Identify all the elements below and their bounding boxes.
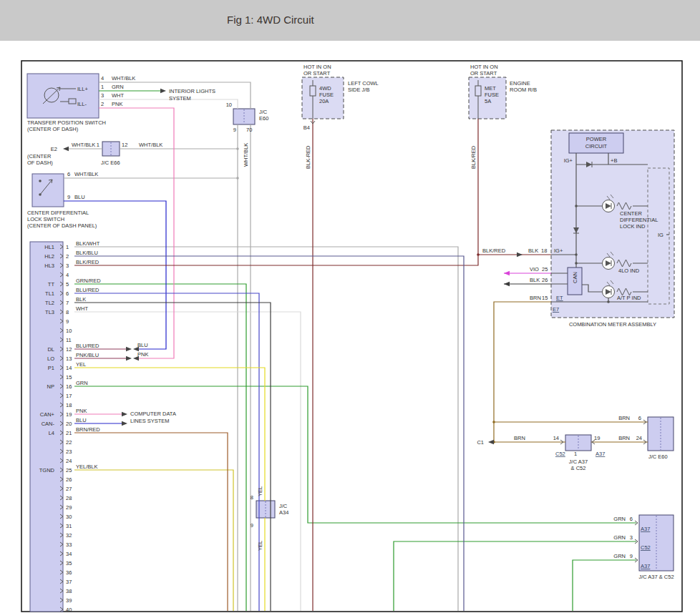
pin-number: 2 xyxy=(101,101,104,107)
wire-label: PNK xyxy=(112,101,122,107)
pin-number: 34 xyxy=(66,551,72,557)
wire-label: WHT/BLK xyxy=(72,142,95,148)
wire-label: GRN xyxy=(613,553,626,559)
pin-number: 29 xyxy=(66,504,72,511)
pin-number: 25 xyxy=(542,266,548,273)
pin-number: 25 xyxy=(66,467,72,474)
system-label: COMPUTER DATA xyxy=(130,411,176,417)
pin-number: 2 xyxy=(66,253,69,260)
connector-id: C52 xyxy=(641,544,651,551)
wire-label: WHT xyxy=(112,92,124,99)
ground-label: E2 xyxy=(51,146,57,152)
jc-name: J/C xyxy=(279,503,288,509)
pin-label: HL1 xyxy=(44,244,54,250)
wire-label: WHT/BLK xyxy=(74,171,98,177)
ig-plus-label: IG+ xyxy=(564,157,573,164)
pin-number: 1 xyxy=(101,84,104,90)
pin-number: 18 xyxy=(541,247,547,254)
pin-number: 6 xyxy=(67,171,70,177)
pin-label: TT xyxy=(48,281,55,288)
pin-number: 10 xyxy=(226,102,232,108)
location-caption: LEFT COWL xyxy=(348,80,379,87)
pin-number: 28 xyxy=(66,495,72,501)
pin-number: 30 xyxy=(66,514,72,520)
wire-label: YEL xyxy=(76,361,86,368)
hot-label: OR START xyxy=(303,70,331,77)
location-caption: ENGINE xyxy=(510,80,530,87)
pin-number: 7 xyxy=(66,300,69,306)
wire-label: BLK xyxy=(530,277,540,283)
pin-number: 1 xyxy=(574,451,577,457)
can-label: CAN xyxy=(572,272,578,283)
hot-label: HOT IN ON xyxy=(303,64,331,70)
connector-id: E7 xyxy=(553,306,559,313)
wire-label-vertical: BLK/RED xyxy=(470,145,477,169)
pin-number: 17 xyxy=(66,393,72,399)
pin-number: 40 xyxy=(66,607,72,613)
pin-number: 26 xyxy=(66,476,72,483)
fuse-name: MET xyxy=(485,85,496,92)
pin-label: CAN- xyxy=(42,421,55,427)
jc-e60-right-box xyxy=(648,417,674,451)
indicator-label: A/T P IND xyxy=(617,295,641,301)
pin-number: 32 xyxy=(66,532,72,539)
pin-label: TL2 xyxy=(45,300,54,306)
pin-number: 3 xyxy=(101,92,104,99)
jc-name: & C52 xyxy=(571,465,586,471)
wire-label: WHT xyxy=(76,305,88,312)
pin-label: DL xyxy=(47,346,54,353)
pin-number: 39 xyxy=(66,597,72,604)
pin-number: 21 xyxy=(66,430,72,436)
jc-name: J/C xyxy=(259,109,268,115)
pin-number: 31 xyxy=(66,523,72,529)
connector-id: A37 xyxy=(641,563,650,569)
pin-number: 10 xyxy=(66,328,72,334)
power-circuit-label: POWER xyxy=(586,136,607,142)
power-circuit-label: CIRCUIT xyxy=(585,143,608,149)
pin-number: 9 xyxy=(233,127,236,133)
pin-number: 16 xyxy=(66,383,72,390)
pin-number: 13 xyxy=(66,355,72,362)
wire-label: GRN/RED xyxy=(76,278,101,284)
pin-number: 70 xyxy=(246,127,252,133)
pin-label: P1 xyxy=(48,365,54,371)
pin-number: 8 xyxy=(66,309,69,315)
fuse-name: 5A xyxy=(485,98,491,104)
wire-label: GRN xyxy=(613,516,626,522)
component-caption: (CENTER OF DASH PANEL) xyxy=(27,222,97,229)
pin-number: 9 xyxy=(66,318,69,325)
wire-label: GRN xyxy=(112,84,124,90)
pin-number: 3 xyxy=(630,534,633,541)
wire-label: BLK/BLU xyxy=(76,250,98,256)
pin-number: 14 xyxy=(66,365,72,371)
pin-number: 23 xyxy=(66,448,72,455)
wire-label: PNK/BLU xyxy=(76,352,99,358)
pin-number: 12 xyxy=(66,346,72,353)
pin-number: 15 xyxy=(66,374,72,381)
wire-label-vertical: YEL xyxy=(257,486,263,496)
connector-id: C52 xyxy=(555,451,565,457)
jc-name: A34 xyxy=(279,509,288,516)
system-label: SYSTEM xyxy=(169,95,191,102)
splice-wire-label: BLU xyxy=(137,342,148,348)
pin-label: HL3 xyxy=(44,263,54,269)
hot-label: HOT IN ON xyxy=(470,64,498,70)
wire-label: BLU xyxy=(76,417,87,423)
pin-number: 11 xyxy=(66,337,72,343)
splice-wire-label: PNK xyxy=(137,351,148,358)
location-caption: (CENTER xyxy=(27,153,52,160)
pin-number: 15 xyxy=(542,295,548,301)
indicator-label: DIFFERENTIAL xyxy=(620,217,658,223)
fuse-name: 20A xyxy=(319,98,329,104)
connector-ref: C1 xyxy=(477,439,484,446)
component-caption: LOCK SWITCH xyxy=(27,216,64,222)
pin-number: 5 xyxy=(66,281,69,288)
wire-label: GRN xyxy=(76,380,88,386)
component-caption: (CENTER OF DASH) xyxy=(27,126,79,132)
pin-number: B4 xyxy=(303,124,310,131)
wiring-diagram-canvas: 4 WHT/BLK 1 GRN 3 WHT 2 PNK ILL+ ILL- TR… xyxy=(0,0,700,613)
wire-label: BLU/RED xyxy=(76,343,99,349)
wire-label: BLK/RED xyxy=(76,259,99,265)
pin-number: 12 xyxy=(122,142,127,148)
location-caption: ROOM R/B xyxy=(510,87,537,93)
